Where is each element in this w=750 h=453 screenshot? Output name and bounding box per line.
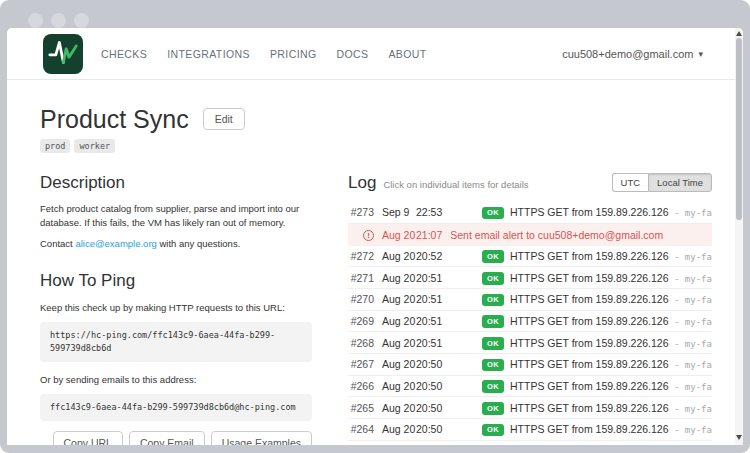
tz-button-local-time[interactable]: Local Time <box>648 173 712 192</box>
ok-badge: OK <box>482 294 504 307</box>
log-row[interactable]: #265Aug 2020:50OKHTTPS GET from 159.89.2… <box>348 397 712 419</box>
log-time: 20:50 <box>416 423 482 435</box>
log-date: Aug 20 <box>382 423 416 435</box>
nav-link-checks[interactable]: CHECKS <box>101 48 147 60</box>
log-text: HTTPS GET from 159.89.226.126 - my-fancy… <box>510 380 712 392</box>
nav-link-pricing[interactable]: PRICING <box>270 48 317 60</box>
log-time: 20:51 <box>416 293 482 305</box>
log-seq: #272 <box>348 250 374 262</box>
ping-email-code[interactable]: ffc143c9-6aea-44fa-b299-599739d8cb6d@hc-… <box>40 394 312 421</box>
window-titlebar <box>0 0 750 30</box>
nav-link-integrations[interactable]: INTEGRATIONS <box>167 48 250 60</box>
ok-badge-cell: OK <box>482 336 510 350</box>
log-seq: #269 <box>348 315 374 327</box>
log-remote-host: - my-fancy-sy… <box>669 208 712 218</box>
log-table: #273Sep 922:53OKHTTPS GET from 159.89.22… <box>348 202 712 445</box>
log-time: 20:50 <box>416 402 482 414</box>
log-seq: #264 <box>348 423 374 435</box>
log-subtitle: Click on individual items for details <box>383 179 528 190</box>
nav-links: CHECKS INTEGRATIONS PRICING DOCS ABOUT <box>101 48 427 60</box>
log-date: Aug 20 <box>382 358 416 370</box>
ok-badge-cell: OK <box>482 249 510 263</box>
usage-examples-button[interactable]: Usage Examples <box>211 431 312 445</box>
log-header: Log Click on individual items for detail… <box>348 173 712 193</box>
log-row[interactable]: #273Sep 922:53OKHTTPS GET from 159.89.22… <box>348 202 712 224</box>
ok-badge-cell: OK <box>482 271 510 285</box>
window-dot[interactable] <box>74 13 89 28</box>
log-row[interactable]: #271Aug 2020:51OKHTTPS GET from 159.89.2… <box>348 267 712 289</box>
description-section: Description Fetch product catalog from s… <box>40 173 312 251</box>
log-remote-host: - my-fancy-sy… <box>669 425 712 435</box>
tag-worker: worker <box>74 139 115 153</box>
log-row[interactable]: #267Aug 2020:50OKHTTPS GET from 159.89.2… <box>348 354 712 376</box>
scroll-down-icon[interactable] <box>736 435 742 440</box>
log-text: HTTPS GET from 159.89.226.126 - my-fancy… <box>510 206 712 218</box>
copy-email-button[interactable]: Copy Email <box>129 431 205 445</box>
edit-button[interactable]: Edit <box>203 108 245 130</box>
log-row[interactable]: #269Aug 2020:51OKHTTPS GET from 159.89.2… <box>348 311 712 333</box>
ok-badge: OK <box>482 337 504 350</box>
log-text: HTTPS GET from 159.89.226.126 - my-fancy… <box>510 315 712 327</box>
window-dot[interactable] <box>28 13 43 28</box>
log-text: HTTPS GET from 159.89.226.126 - my-fancy… <box>510 402 712 414</box>
log-row[interactable]: #270Aug 2020:51OKHTTPS GET from 159.89.2… <box>348 289 712 311</box>
copy-url-button[interactable]: Copy URL <box>53 431 123 445</box>
ok-badge: OK <box>482 272 504 285</box>
log-text: HTTPS GET from 159.89.226.126 - my-fancy… <box>510 293 712 305</box>
log-text: Sent email alert to cuu508+demo@gmail.co… <box>450 229 712 241</box>
ok-badge: OK <box>482 402 504 415</box>
how-to-ping-heading: How To Ping <box>40 271 312 291</box>
account-menu[interactable]: cuu508+demo@gmail.com ▾ <box>562 48 703 60</box>
log-text: HTTPS GET from 159.89.226.126 - my-fancy… <box>510 423 712 435</box>
log-row[interactable]: #266Aug 2020:50OKHTTPS GET from 159.89.2… <box>348 376 712 398</box>
log-date: Aug 20 <box>382 337 416 349</box>
log-seq: #273 <box>348 206 374 218</box>
nav-link-about[interactable]: ABOUT <box>388 48 426 60</box>
log-text: HTTPS GET from 159.89.226.126 - my-fancy… <box>510 272 712 284</box>
log-seq: #270 <box>348 293 374 305</box>
tz-button-utc[interactable]: UTC <box>612 173 649 192</box>
ping-url-code[interactable]: https://hc-ping.com/ffc143c9-6aea-44fa-b… <box>40 322 312 362</box>
ping-button-row: Copy URLCopy EmailUsage Examples <box>40 431 312 445</box>
ok-badge-cell: OK <box>482 205 510 219</box>
description-text: Fetch product catalog from supplier, par… <box>40 202 312 230</box>
log-row-alert[interactable]: !Aug 2021:07Sent email alert to cuu508+d… <box>348 224 712 246</box>
ok-badge-cell: OK <box>482 379 510 393</box>
contact-line: Contact alice@example.org with any quest… <box>40 237 312 251</box>
log-remote-host: - my-fancy-sy… <box>669 404 712 414</box>
tag-prod: prod <box>40 139 70 153</box>
log-seq: #266 <box>348 380 374 392</box>
ok-badge-cell: OK <box>482 292 510 306</box>
scrollbar[interactable] <box>735 28 743 445</box>
log-text: HTTPS GET from 159.89.226.126 - my-fancy… <box>510 250 712 262</box>
account-email: cuu508+demo@gmail.com <box>562 48 693 60</box>
ok-badge: OK <box>482 359 504 372</box>
healthchecks-logo-icon[interactable] <box>43 34 83 74</box>
ok-badge-cell: OK <box>482 422 510 436</box>
log-date: Aug 20 <box>382 272 416 284</box>
scroll-up-icon[interactable] <box>736 31 742 36</box>
log-date: Sep 9 <box>382 206 416 218</box>
log-time: 20:50 <box>416 380 482 392</box>
log-row[interactable]: #272Aug 2020:52OKHTTPS GET from 159.89.2… <box>348 246 712 268</box>
window-dot[interactable] <box>51 13 66 28</box>
log-date: Aug 20 <box>382 293 416 305</box>
log-row[interactable]: #264Aug 2020:50OKHTTPS GET from 159.89.2… <box>348 419 712 441</box>
contact-email-link[interactable]: alice@example.org <box>75 238 156 249</box>
nav-link-docs[interactable]: DOCS <box>337 48 369 60</box>
main-content: Product Sync Edit prodworker Description… <box>7 80 743 445</box>
log-text: HTTPS GET from 159.89.226.126 - my-fancy… <box>510 337 712 349</box>
log-row[interactable]: #263Aug 2020:49OKHTTPS GET from 159.89.2… <box>348 441 712 445</box>
check-details-column: Description Fetch product catalog from s… <box>40 173 312 445</box>
log-time: 20:50 <box>416 358 482 370</box>
log-row[interactable]: #268Aug 2020:51OKHTTPS GET from 159.89.2… <box>348 332 712 354</box>
log-remote-host: - my-fancy-sy… <box>669 317 712 327</box>
scrollbar-thumb[interactable] <box>736 38 742 220</box>
contact-suffix: with any questions. <box>157 238 240 249</box>
ping-url-intro: Keep this check up by making HTTP reques… <box>40 301 312 315</box>
tag-list: prodworker <box>40 139 712 153</box>
page-header: Product Sync Edit <box>40 105 712 134</box>
log-seq: #268 <box>348 337 374 349</box>
ok-badge: OK <box>482 380 504 393</box>
log-date: Aug 20 <box>382 229 416 241</box>
